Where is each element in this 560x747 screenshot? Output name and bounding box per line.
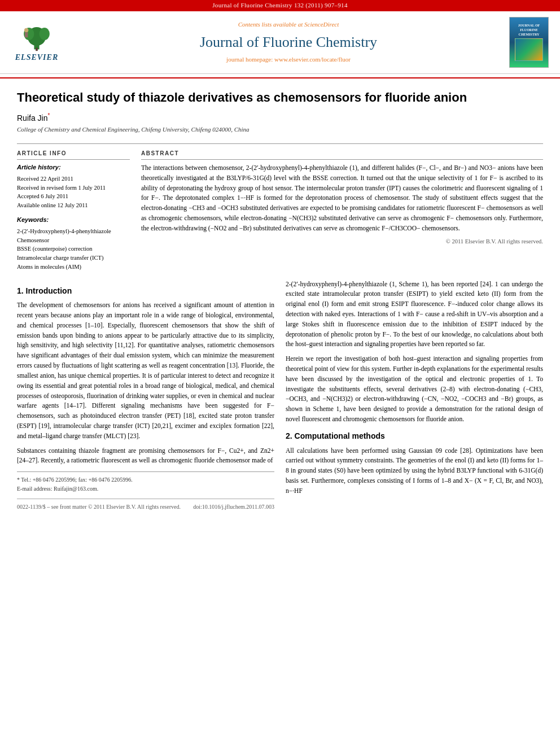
- received-date: Received 22 April 2011: [17, 174, 130, 184]
- abstract-col: Abstract The interactions between chemos…: [141, 150, 543, 271]
- article-info-col: Article Info Article history: Received 2…: [17, 150, 130, 271]
- intro-para1: The development of chemosensors for anio…: [17, 300, 274, 441]
- intro-para2: Substances containing thiazole fragment …: [17, 446, 274, 466]
- svg-point-3: [40, 28, 50, 40]
- comp-para1: All calculations have been performed usi…: [286, 446, 543, 496]
- article-info-abstract-row: Article Info Article history: Received 2…: [17, 143, 543, 271]
- footnote-area: * Tel.: +86 0476 2205996; fax: +86 0476 …: [17, 471, 274, 493]
- accepted-date: Accepted 6 July 2011: [17, 192, 130, 201]
- journal-title-block: Contents lists available at ScienceDirec…: [73, 20, 504, 64]
- footer-doi: doi:10.1016/j.jfluchem.2011.07.003: [193, 503, 274, 512]
- main-content: Theoretical study of thiazole derivative…: [0, 78, 560, 523]
- journal-main-title: Journal of Fluorine Chemistry: [73, 32, 504, 53]
- right-para2: Herein we report the investigation of bo…: [286, 354, 543, 425]
- article-title: Theoretical study of thiazole derivative…: [17, 90, 543, 106]
- footer-issn: 0022-1139/$ – see front matter © 2011 El…: [17, 503, 181, 512]
- affiliation: College of Chemistry and Chemical Engine…: [17, 125, 543, 134]
- intro-section-title: 1. Introduction: [17, 285, 274, 298]
- body-right-col: 2-(2′-hydroxyphenyl)-4-phenylthiazole (1…: [286, 279, 543, 512]
- article-info-header: Article Info: [17, 150, 130, 160]
- history-label: Article history:: [17, 163, 130, 172]
- keyword-2: Chemosensor: [17, 236, 130, 245]
- journal-homepage: journal homepage: www.elsevier.com/locat…: [73, 55, 504, 64]
- svg-rect-4: [36, 48, 38, 51]
- author-sup: *: [47, 112, 50, 119]
- footer-bar: 0022-1139/$ – see front matter © 2011 El…: [17, 499, 274, 512]
- svg-point-5: [24, 28, 28, 32]
- online-date: Available online 12 July 2011: [17, 201, 130, 210]
- comp-methods-title: 2. Computational methods: [286, 430, 543, 443]
- sciencedirect-line: Contents lists available at ScienceDirec…: [73, 20, 504, 29]
- body-left-col: 1. Introduction The development of chemo…: [17, 279, 274, 512]
- sciencedirect-link-text[interactable]: ScienceDirect: [304, 21, 339, 28]
- keyword-3: BSSE (counterpoise) correction: [17, 244, 130, 254]
- svg-rect-6: [25, 32, 28, 37]
- abstract-text: The interactions between chemosensor, 2-…: [141, 163, 543, 234]
- revised-date: Received in revised form 1 July 2011: [17, 184, 130, 193]
- author-name: Ruifa Jin*: [17, 112, 543, 124]
- abstract-header: Abstract: [141, 150, 543, 160]
- keywords-section: Keywords: 2-(2′-Hydroxyphenyl)-4-phenylt…: [17, 216, 130, 272]
- keyword-4: Intramolecular charge transfer (ICT): [17, 254, 130, 263]
- keywords-label: Keywords:: [17, 216, 130, 225]
- keyword-1: 2-(2′-Hydroxyphenyl)-4-phenylthiazole: [17, 227, 130, 236]
- journal-top-bar: Journal of Fluorine Chemistry 132 (2011)…: [0, 0, 560, 11]
- journal-header: Journal of Fluorine Chemistry 132 (2011)…: [0, 0, 560, 78]
- journal-citation: Journal of Fluorine Chemistry 132 (2011)…: [212, 2, 347, 8]
- right-para1: 2-(2′-hydroxyphenyl)-4-phenylthiazole (1…: [286, 279, 543, 350]
- footnote-email: E-mail address: Ruifajin@163.com.: [17, 484, 274, 493]
- footnote-tel: * Tel.: +86 0476 2205996; fax: +86 0476 …: [17, 475, 274, 484]
- elsevier-tree-icon: [17, 21, 56, 52]
- journal-cover-image: JOURNAL OFFLUORINECHEMISTRY: [509, 17, 549, 68]
- elsevier-logo: ELSEVIER: [11, 21, 62, 63]
- keyword-5: Atoms in molecules (AIM): [17, 263, 130, 272]
- header-content: ELSEVIER Contents lists available at Sci…: [0, 11, 560, 74]
- body-columns: 1. Introduction The development of chemo…: [17, 279, 543, 512]
- copyright-line: © 2011 Elsevier B.V. All rights reserved…: [141, 237, 543, 246]
- elsevier-wordmark: ELSEVIER: [15, 52, 58, 63]
